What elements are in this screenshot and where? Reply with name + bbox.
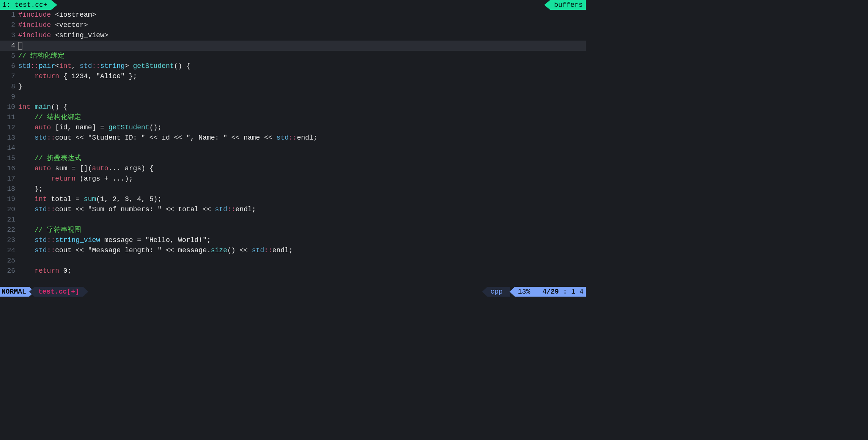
code-line[interactable]: 23 std::string_view message = "Hello, Wo… <box>0 235 586 245</box>
tab-active[interactable]: 1: test.cc+ <box>0 0 57 10</box>
code-line[interactable]: 6std::pair<int, std::string> getStudent(… <box>0 61 586 71</box>
line-content[interactable]: std::string_view message = "Hello, World… <box>18 235 586 245</box>
code-line[interactable]: 25 <box>0 256 586 266</box>
code-line[interactable]: 26 return 0; <box>0 266 586 276</box>
line-content[interactable]: return (args + ...); <box>18 174 586 184</box>
code-line[interactable]: 15 // 折叠表达式 <box>0 153 586 163</box>
line-number: 8 <box>0 82 18 91</box>
line-content[interactable]: #include <vector> <box>18 20 586 30</box>
line-number: 6 <box>0 61 18 71</box>
line-content[interactable] <box>18 41 586 50</box>
filename-indicator: test.cc[+] <box>29 287 88 297</box>
code-line[interactable]: 4 <box>0 41 586 51</box>
code-line[interactable]: 17 return (args + ...); <box>0 174 586 184</box>
statusline: NORMAL test.cc[+] cpp 13% 4/29 : 1 4 <box>0 287 586 297</box>
line-number: 19 <box>0 194 18 204</box>
line-content[interactable]: // 字符串视图 <box>18 225 586 235</box>
code-line[interactable]: 1#include <iostream> <box>0 10 586 20</box>
line-number: 26 <box>0 266 18 276</box>
line-number: 1 <box>0 10 18 20</box>
cursor <box>18 42 22 50</box>
code-line[interactable]: 16 auto sum = [](auto... args) { <box>0 163 586 174</box>
code-line[interactable]: 9 <box>0 92 586 102</box>
code-area[interactable]: 1#include <iostream>2#include <vector>3#… <box>0 10 586 287</box>
line-number: 20 <box>0 204 18 214</box>
line-content[interactable]: }; <box>18 184 586 194</box>
line-content[interactable]: return { 1234, "Alice" }; <box>18 71 586 81</box>
line-content[interactable]: int total = sum(1, 2, 3, 4, 5); <box>18 194 586 204</box>
line-number: 23 <box>0 235 18 245</box>
line-content[interactable]: } <box>18 82 586 91</box>
line-number: 24 <box>0 245 18 255</box>
code-line[interactable]: 14 <box>0 143 586 153</box>
line-content[interactable]: // 结构化绑定 <box>18 112 586 122</box>
line-number: 17 <box>0 174 18 184</box>
tabline-right-label[interactable]: buffers <box>544 0 586 10</box>
line-content[interactable]: // 折叠表达式 <box>18 153 586 163</box>
position-indicator: 13% 4/29 : 1 4 <box>509 287 586 297</box>
code-line[interactable]: 20 std::cout << "Sum of numbers: " << to… <box>0 204 586 215</box>
line-number: 5 <box>0 51 18 61</box>
line-content[interactable]: int main() { <box>18 102 586 112</box>
code-line[interactable]: 19 int total = sum(1, 2, 3, 4, 5); <box>0 194 586 204</box>
filetype-indicator: cpp <box>482 287 510 297</box>
editor-root: 1: test.cc+ buffers 1#include <iostream>… <box>0 0 586 297</box>
line-content[interactable]: std::cout << "Message length: " << messa… <box>18 245 586 255</box>
line-content[interactable]: auto [id, name] = getStudent(); <box>18 123 586 132</box>
line-number: 10 <box>0 102 18 112</box>
line-number: 21 <box>0 215 18 225</box>
tabline: 1: test.cc+ buffers <box>0 0 586 10</box>
status-right: cpp 13% 4/29 : 1 4 <box>482 287 586 297</box>
line-number: 9 <box>0 92 18 102</box>
line-number: 14 <box>0 143 18 153</box>
code-line[interactable]: 7 return { 1234, "Alice" }; <box>0 71 586 82</box>
code-line[interactable]: 12 auto [id, name] = getStudent(); <box>0 123 586 133</box>
line-number: 3 <box>0 30 18 40</box>
line-number: 4 <box>0 41 18 50</box>
line-content[interactable]: std::pair<int, std::string> getStudent()… <box>18 61 586 71</box>
line-content[interactable]: #include <iostream> <box>18 10 586 20</box>
line-number: 18 <box>0 184 18 194</box>
line-content[interactable]: // 结构化绑定 <box>18 51 586 61</box>
code-line[interactable]: 8} <box>0 82 586 92</box>
line-number: 13 <box>0 133 18 143</box>
line-number: 15 <box>0 153 18 163</box>
code-line[interactable]: 3#include <string_view> <box>0 30 586 41</box>
line-content[interactable]: return 0; <box>18 266 586 276</box>
code-line[interactable]: 18 }; <box>0 184 586 194</box>
code-line[interactable]: 21 <box>0 215 586 225</box>
code-line[interactable]: 10int main() { <box>0 102 586 112</box>
line-content[interactable]: auto sum = [](auto... args) { <box>18 163 586 173</box>
code-line[interactable]: 13 std::cout << "Student ID: " << id << … <box>0 133 586 143</box>
line-number: 16 <box>0 163 18 173</box>
code-line[interactable]: 24 std::cout << "Message length: " << me… <box>0 245 586 256</box>
code-line[interactable]: 11 // 结构化绑定 <box>0 112 586 123</box>
line-number: 7 <box>0 71 18 81</box>
line-number: 2 <box>0 20 18 30</box>
line-number: 12 <box>0 123 18 132</box>
code-line[interactable]: 5// 结构化绑定 <box>0 51 586 61</box>
line-content[interactable]: #include <string_view> <box>18 30 586 40</box>
line-number: 25 <box>0 256 18 266</box>
code-line[interactable]: 2#include <vector> <box>0 20 586 30</box>
line-content[interactable]: std::cout << "Sum of numbers: " << total… <box>18 204 586 214</box>
line-number: 22 <box>0 225 18 235</box>
line-number: 11 <box>0 112 18 122</box>
code-line[interactable]: 22 // 字符串视图 <box>0 225 586 235</box>
line-content[interactable]: std::cout << "Student ID: " << id << ", … <box>18 133 586 143</box>
